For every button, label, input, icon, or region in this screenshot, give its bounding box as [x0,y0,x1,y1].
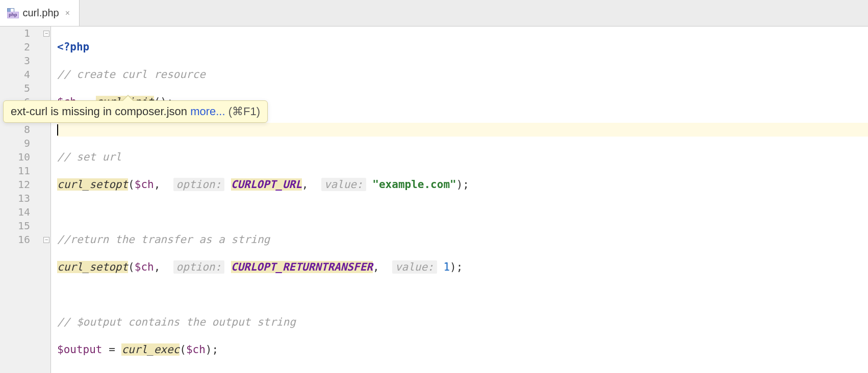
space [224,261,231,273]
comma: , [154,178,173,191]
function-call: curl_setopt [57,261,128,273]
variable: $ch [186,343,206,356]
line-number: 16− [0,233,50,247]
line-number: 1− [0,26,50,40]
line-number: 11 [0,164,50,178]
line-number: 5 [0,82,50,95]
number-literal: 1 [443,261,450,273]
space [366,178,373,191]
fold-close-icon[interactable]: − [43,237,49,243]
variable: $ch [135,261,154,273]
comma: , [373,261,392,273]
comment: // set url [57,151,121,163]
paren: ); [450,261,463,273]
param-hint: option: [173,178,225,191]
comment: // create curl resource [57,68,206,81]
comma: , [154,261,173,273]
editor: 1− 2 3 4 5 6 7 8 9 10 11 12 13 14 15 16−… [0,26,868,373]
function-call: curl_setopt [57,178,128,191]
space [224,178,231,191]
comment: //return the transfer as a string [57,233,270,246]
comment: // $output contains the output string [57,316,296,328]
variable: $output [57,343,103,356]
constant: CURLOPT_URL [231,178,302,191]
variable: $ch [135,178,154,191]
paren: ( [180,343,186,356]
param-hint: value: [392,260,437,274]
paren: ); [456,178,469,191]
operator: = [103,343,122,356]
paren: ( [128,178,135,191]
gutter: 1− 2 3 4 5 6 7 8 9 10 11 12 13 14 15 16− [0,26,51,373]
line-number: 10 [0,150,50,164]
tab-curl-php[interactable]: php curl.php × [0,0,80,26]
code-area[interactable]: <?php // create curl resource $ch = curl… [51,26,868,373]
function-call: curl_exec [121,343,180,356]
line-number: 3 [0,54,50,68]
string-literal: "example.com" [372,178,456,191]
param-hint: option: [173,260,225,274]
line-number: 13 [0,192,50,205]
line-number: 4 [0,68,50,82]
fold-open-icon[interactable]: − [43,31,49,37]
comma: , [302,178,321,191]
line-number: 8 [0,123,50,137]
constant: CURLOPT_RETURNTRANSFER [231,261,373,273]
line-number: 14 [0,205,50,219]
space [437,261,444,273]
inspection-tooltip: ext-curl is missing in composer.json mor… [3,100,268,123]
php-file-icon: php [7,8,19,18]
tooltip-shortcut: (⌘F1) [225,105,260,118]
line-number: 15 [0,219,50,233]
tab-filename: curl.php [23,7,59,19]
paren: ); [206,343,218,356]
paren: ( [128,261,135,273]
tab-bar: php curl.php × [0,0,868,26]
php-open-tag: <?php [57,41,89,53]
line-number: 2 [0,40,50,54]
text-caret [57,124,58,136]
line-number: 12 [0,178,50,192]
param-hint: value: [321,178,366,191]
line-number: 9 [0,137,50,150]
close-icon[interactable]: × [63,8,72,19]
tooltip-more-link[interactable]: more... [190,105,225,118]
tooltip-message: ext-curl is missing in composer.json [11,105,190,118]
